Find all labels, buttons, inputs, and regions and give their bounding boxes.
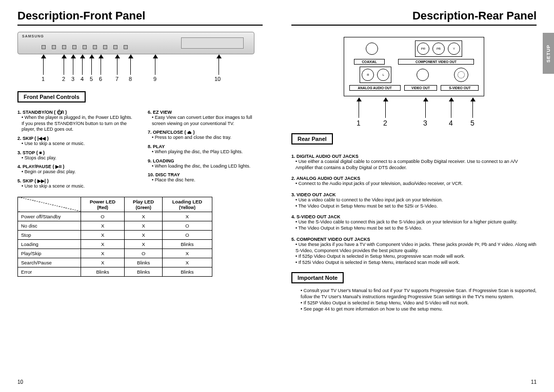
callout-num: 1 <box>357 119 361 127</box>
item-desc: When loading the disc, the Loading LED l… <box>152 163 263 170</box>
disc-tray-icon <box>181 37 244 49</box>
item-desc: Connect to the Audio input jacks of your… <box>295 181 537 187</box>
item-title: 2. ANALOG AUDIO OUT JACKS <box>291 176 537 181</box>
item-title: 1. STANDBY/ON ( ⏻/I ) <box>17 110 132 115</box>
callout-num: 5 <box>470 119 474 127</box>
coaxial-label: COAXIAL <box>354 59 385 65</box>
callout-num: 10 <box>214 76 221 82</box>
video-label: VIDEO OUT <box>404 85 437 91</box>
item-desc: When the player is plugged in, the Power… <box>22 115 132 133</box>
callout-num: 2 <box>383 119 387 127</box>
page-number-left: 10 <box>17 379 23 385</box>
table-row: LoadingXXBlinks <box>18 239 212 249</box>
callout-num: 3 <box>423 119 427 127</box>
led-table-corner <box>18 197 81 212</box>
svideo-jack-icon <box>454 68 468 82</box>
coaxial-jack-icon <box>366 43 378 55</box>
callout-num: 4 <box>81 76 84 82</box>
item-desc: Use to skip a scene or music. <box>22 141 132 147</box>
item-desc: If 525i Video Output is selected in Setu… <box>295 260 537 266</box>
item-desc: Use these jacks if you have a TV with Co… <box>295 242 537 254</box>
item-desc: If 525p Video Output is selected in Setu… <box>295 254 537 260</box>
led-col-header: Power LED(Red) <box>81 197 125 212</box>
table-row: No discXXO <box>18 221 212 230</box>
callout-num: 8 <box>129 76 132 82</box>
item-desc: Easy View can convert Letter Box images … <box>152 115 263 127</box>
table-row: Play/SkipXOX <box>18 249 212 258</box>
item-desc: Use either a coaxial digital cable to co… <box>295 159 537 171</box>
item-title: 4. PLAY/PAUSE ( ▶II ) <box>17 164 132 169</box>
l-jack-icon: L <box>377 69 389 81</box>
item-desc: Press to open and close the disc tray. <box>152 135 263 141</box>
rear-callout-arrows: 1 2 3 4 5 <box>347 97 481 127</box>
brand-label: SAMSUNG <box>22 34 44 38</box>
callout-num: 6 <box>99 76 102 82</box>
component-label: COMPONENT VIDEO OUT <box>398 59 474 65</box>
item-desc: Use a video cable to connect to the Vide… <box>295 197 537 203</box>
callout-num: 3 <box>71 76 74 82</box>
rule <box>17 25 263 26</box>
led-col-header: Play LED(Green) <box>125 197 163 212</box>
page-title-rear: Description-Rear Panel <box>291 9 537 23</box>
item-title: 1. DIGITAL AUDIO OUT JACKS <box>291 154 537 159</box>
pb-jack-icon: PB <box>432 43 445 55</box>
rear-items: 1. DIGITAL AUDIO OUT JACKS Use either a … <box>291 154 537 266</box>
table-row: Power off/StandbyOXX <box>18 212 212 221</box>
callout-num: 2 <box>62 76 65 82</box>
page-number-right: 11 <box>531 379 537 385</box>
setup-tab: SETUP <box>543 33 554 74</box>
pr-jack-icon: PR <box>417 43 429 55</box>
item-desc: Use to skip a scene or music. <box>22 183 132 190</box>
analog-label: ANALOG AUDIO OUT <box>349 85 401 91</box>
rule <box>291 25 537 26</box>
item-desc: Use the S-Video cable to connect this ja… <box>295 219 537 225</box>
item-desc: The Video Output in Setup Menu must be s… <box>295 225 537 232</box>
video-jack-icon <box>417 69 429 81</box>
table-row: StopXXO <box>18 230 212 239</box>
item-title: 9. LOADING <box>148 158 263 163</box>
item-desc: Stops disc play. <box>22 155 132 161</box>
item-title: 7. OPEN/CLOSE ( ⏏ ) <box>148 130 263 135</box>
item-title: 5. COMPONENT VIDEO OUT JACKS <box>291 237 537 242</box>
rear-panel-diagram: PR PB Y COAXIAL COMPONENT VIDEO OUT R L … <box>344 37 484 96</box>
front-callout-arrows: 1 2 3 4 5 6 7 8 9 10 <box>17 54 263 85</box>
callout-num: 5 <box>90 76 93 82</box>
item-title: 3. VIDEO OUT JACK <box>291 192 537 197</box>
item-title: 4. S-VIDEO OUT JACK <box>291 214 537 219</box>
front-device-diagram: SAMSUNG <box>17 32 254 54</box>
item-title: 6. EZ VIEW <box>148 110 263 115</box>
led-col-header: Loading LED(Yellow) <box>162 197 212 212</box>
item-title: 2. SKIP ( |◀◀ ) <box>17 136 132 141</box>
callout-num: 9 <box>153 76 156 82</box>
note-item: If 525P Video Output is selected in Setu… <box>301 300 537 306</box>
callout-num: 7 <box>115 76 118 82</box>
r-jack-icon: R <box>362 69 374 81</box>
left-page: Description-Front Panel SAMSUNG <box>0 0 277 392</box>
table-row: ErrorBlinksBlinksBlinks <box>18 267 212 276</box>
item-desc: When playing the disc, the Play LED ligh… <box>152 149 263 155</box>
svideo-label: S-VIDEO OUT <box>441 85 479 91</box>
item-title: 5. SKIP ( ▶▶| ) <box>17 178 132 183</box>
note-item: Consult your TV User's Manual to find ou… <box>301 287 537 300</box>
front-items: 1. STANDBY/ON ( ⏻/I ) When the player is… <box>17 107 263 190</box>
item-title: 10. DISC TRAY <box>148 172 263 177</box>
item-title: 8. PLAY <box>148 144 263 149</box>
item-desc: The Video Output in Setup Menu must be s… <box>295 203 537 210</box>
led-table: Power LED(Red) Play LED(Green) Loading L… <box>17 197 212 277</box>
rear-panel-heading: Rear Panel <box>291 133 333 145</box>
right-page: Description-Rear Panel SETUP PR PB Y COA… <box>277 0 554 392</box>
item-desc: Place the disc here. <box>152 177 263 183</box>
item-desc: Begin or pause disc play. <box>22 169 132 175</box>
note-item: See page 44 to get more information on h… <box>301 306 537 312</box>
important-note-heading: Important Note <box>291 272 344 283</box>
item-title: 3. STOP ( ■ ) <box>17 150 132 155</box>
callout-num: 1 <box>42 76 45 82</box>
front-panel-controls-heading: Front Panel Controls <box>17 91 86 102</box>
important-notes: Consult your TV User's Manual to find ou… <box>301 287 537 313</box>
y-jack-icon: Y <box>448 43 460 55</box>
table-row: Search/PauseXBlinksX <box>18 258 212 267</box>
page-title-front: Description-Front Panel <box>17 9 263 23</box>
callout-num: 4 <box>449 119 453 127</box>
front-buttons <box>42 45 128 49</box>
